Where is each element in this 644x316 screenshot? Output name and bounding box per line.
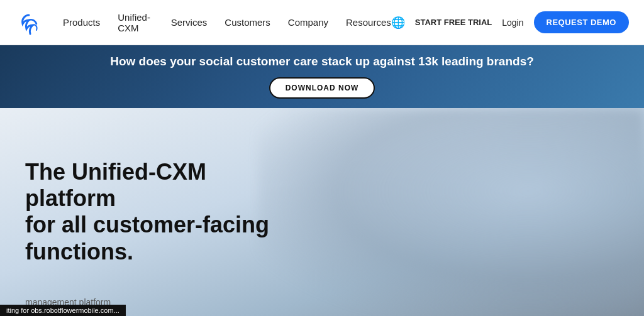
nav-left: Products Unified-CXM Services Customers … <box>15 9 391 36</box>
login-link[interactable]: Login <box>502 18 523 28</box>
nav-unified-cxm[interactable]: Unified-CXM <box>118 12 153 33</box>
nav-customers[interactable]: Customers <box>225 17 270 28</box>
nav-products[interactable]: Products <box>63 17 100 28</box>
nav-services[interactable]: Services <box>171 17 208 28</box>
globe-icon[interactable]: 🌐 <box>391 16 405 30</box>
logo[interactable] <box>15 9 43 36</box>
hero-content: The Unified-CXM platform for all custome… <box>25 159 289 266</box>
browser-status-bar: iting for obs.robotflowermobile.com... <box>0 305 126 316</box>
start-free-trial-link[interactable]: START FREE TRIAL <box>415 18 492 27</box>
hero-title-line2: for all customer-facing <box>25 212 269 238</box>
hero-title: The Unified-CXM platform for all custome… <box>25 159 289 266</box>
request-demo-button[interactable]: REQUEST DEMO <box>534 11 629 33</box>
banner-text: How does your social customer care stack… <box>110 55 534 68</box>
hero-title-line3: functions. <box>25 239 133 264</box>
hero-section: The Unified-CXM platform for all custome… <box>0 108 644 316</box>
hero-title-line1: The Unified-CXM platform <box>25 159 206 211</box>
hero-background-overlay <box>258 108 644 316</box>
nav-links: Products Unified-CXM Services Customers … <box>63 12 391 33</box>
navbar: Products Unified-CXM Services Customers … <box>0 0 644 45</box>
nav-right: 🌐 START FREE TRIAL Login REQUEST DEMO <box>391 11 629 33</box>
announcement-banner: How does your social customer care stack… <box>0 45 644 108</box>
download-now-button[interactable]: DOWNLOAD NOW <box>269 77 375 99</box>
nav-company[interactable]: Company <box>288 17 328 28</box>
status-text: iting for obs.robotflowermobile.com... <box>6 307 119 314</box>
nav-resources[interactable]: Resources <box>346 17 391 28</box>
